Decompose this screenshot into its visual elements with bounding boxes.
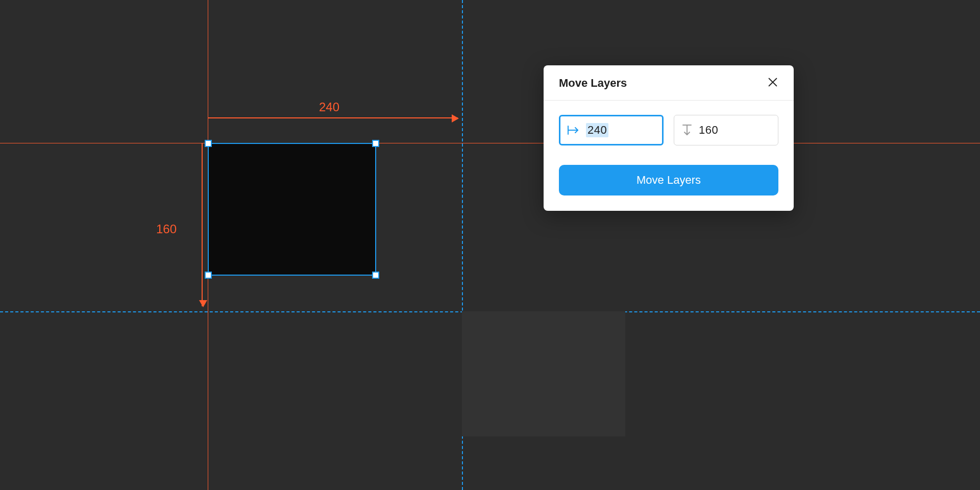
inputs-row: 240 160 bbox=[559, 115, 778, 145]
arrow-down-icon bbox=[681, 124, 693, 137]
move-destination-preview bbox=[462, 311, 625, 436]
guide-horizontal-solid bbox=[0, 143, 980, 143]
dialog-header: Move Layers bbox=[544, 65, 794, 101]
move-layers-submit-button[interactable]: Move Layers bbox=[559, 165, 778, 195]
resize-handle-bottom-left[interactable] bbox=[205, 272, 212, 279]
move-x-value: 240 bbox=[586, 123, 608, 137]
measurement-arrow-vertical bbox=[202, 143, 203, 306]
move-x-input[interactable]: 240 bbox=[559, 115, 664, 145]
move-y-value: 160 bbox=[699, 124, 718, 137]
design-canvas[interactable]: 240 160 Move Layers bbox=[0, 0, 980, 490]
resize-handle-top-right[interactable] bbox=[372, 140, 379, 147]
resize-handle-bottom-right[interactable] bbox=[372, 272, 379, 279]
measurement-label-horizontal: 240 bbox=[319, 100, 339, 114]
arrow-right-icon bbox=[567, 125, 580, 136]
measurement-label-vertical: 160 bbox=[156, 222, 177, 236]
dialog-body: 240 160 Move Layers bbox=[544, 101, 794, 211]
move-layers-dialog: Move Layers bbox=[544, 65, 794, 211]
selected-layer[interactable] bbox=[208, 143, 376, 276]
move-y-input[interactable]: 160 bbox=[674, 115, 778, 145]
dialog-title: Move Layers bbox=[559, 77, 627, 90]
resize-handle-top-left[interactable] bbox=[205, 140, 212, 147]
close-icon bbox=[767, 77, 778, 90]
close-button[interactable] bbox=[765, 76, 780, 91]
measurement-arrow-horizontal bbox=[208, 117, 458, 118]
